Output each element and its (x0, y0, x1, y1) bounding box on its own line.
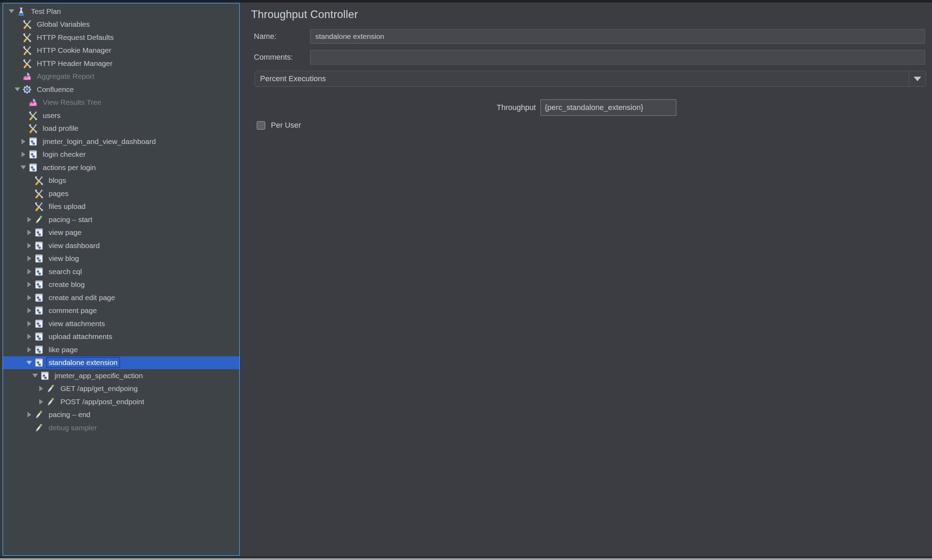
tree-item-label: pages (46, 188, 71, 199)
name-input[interactable] (310, 29, 925, 44)
expand-arrow-icon[interactable] (25, 243, 33, 248)
expand-arrow-icon[interactable] (25, 230, 33, 235)
tree-item-debug-sampler[interactable]: debug sampler (3, 421, 239, 434)
tree-item-create-and-edit-page[interactable]: create and edit page (3, 291, 239, 304)
tree-item-comment-page[interactable]: comment page (3, 304, 239, 317)
per-user-label: Per User (271, 121, 301, 130)
expand-arrow-icon[interactable] (25, 321, 33, 326)
tree-item-files-upload[interactable]: files upload (3, 200, 239, 213)
comments-input[interactable] (310, 50, 925, 65)
tree-item-label: comment page (46, 305, 99, 316)
expand-arrow-icon[interactable] (25, 217, 33, 222)
tree-item-label: Confluence (34, 84, 76, 95)
expand-arrow-icon[interactable] (25, 347, 33, 352)
collapse-arrow-icon[interactable] (25, 361, 33, 365)
expand-arrow-icon[interactable] (19, 139, 28, 144)
tree-item-standalone-extension[interactable]: standalone extension (3, 356, 239, 369)
tree-item-create-blog[interactable]: create blog (3, 278, 239, 291)
tree-item-view-dashboard[interactable]: view dashboard (3, 239, 239, 252)
controller-icon (34, 254, 44, 263)
execution-mode-selected-value: Percent Executions (255, 74, 909, 83)
name-row: Name: (241, 29, 932, 44)
controller-icon (34, 306, 44, 315)
per-user-checkbox[interactable] (257, 121, 265, 130)
expand-arrow-icon[interactable] (25, 308, 33, 313)
tree-item-label: Test Plan (28, 6, 63, 17)
tree-item-pacing-end[interactable]: pacing – end (3, 408, 239, 422)
controller-icon (28, 163, 38, 172)
config-wrench-icon (22, 45, 32, 55)
tree-item-label: GET /app/get_endpoing (58, 383, 140, 394)
tree-item-label: pacing – start (46, 214, 95, 225)
tree-item-login-checker[interactable]: login checker (3, 148, 239, 162)
tree-item-view-attachments[interactable]: view attachments (3, 317, 239, 330)
tree-item-label: blogs (46, 175, 68, 186)
expand-arrow-icon[interactable] (25, 334, 33, 339)
tree-item-get-app-get-endpoing[interactable]: GET /app/get_endpoing (3, 382, 239, 395)
controller-icon (40, 371, 49, 381)
tree-item-view-blog[interactable]: view blog (3, 252, 239, 265)
tree-item-label: like page (46, 344, 80, 355)
expand-arrow-icon[interactable] (37, 386, 45, 391)
expand-arrow-icon[interactable] (25, 256, 33, 261)
tree-item-actions-per-login[interactable]: actions per login (3, 161, 239, 174)
config-wrench-icon (34, 189, 44, 198)
collapse-arrow-icon[interactable] (13, 88, 22, 91)
tree-item-like-page[interactable]: like page (3, 343, 239, 356)
config-wrench-icon (28, 111, 38, 120)
tree-item-view-page[interactable]: view page (3, 226, 239, 239)
tree-item-pages[interactable]: pages (3, 187, 239, 200)
controller-icon (34, 332, 44, 342)
sampler-dropper-icon (34, 423, 44, 433)
tree-item-label: Global Variables (34, 19, 93, 30)
tree-item-aggregate-report[interactable]: Aggregate Report (3, 70, 239, 83)
tree-item-pacing-start[interactable]: pacing – start (3, 213, 239, 226)
tree-item-label: jmeter_login_and_view_dashboard (40, 136, 158, 147)
config-wrench-icon (34, 202, 44, 211)
controller-icon (34, 293, 44, 303)
tree-item-view-results-tree[interactable]: View Results Tree (3, 96, 239, 109)
expand-arrow-icon[interactable] (25, 412, 33, 417)
sampler-dropper-icon (46, 384, 56, 394)
controller-icon (34, 358, 44, 368)
tree-item-users[interactable]: users (3, 109, 239, 122)
tree-item-search-cql[interactable]: search cql (3, 265, 239, 278)
expand-arrow-icon[interactable] (19, 152, 28, 157)
sampler-dropper-icon (34, 410, 44, 420)
tree-item-upload-attachments[interactable]: upload attachments (3, 330, 239, 343)
tree-item-jmeter-login-and-view-dashboard[interactable]: jmeter_login_and_view_dashboard (3, 135, 239, 148)
tree-item-post-app-post-endpoint[interactable]: POST /app/post_endpoint (3, 395, 239, 408)
thread-group-gear-icon (22, 85, 32, 94)
tree-item-label: view blog (46, 253, 82, 264)
tree-item-label: pacing – end (46, 409, 93, 420)
tree-item-load-profile[interactable]: load profile (3, 122, 239, 135)
tree-item-confluence[interactable]: Confluence (3, 83, 239, 96)
tree-item-http-cookie-manager[interactable]: HTTP Cookie Manager (3, 44, 239, 57)
tree-item-test-plan[interactable]: Test Plan (3, 5, 239, 18)
expand-arrow-icon[interactable] (37, 399, 45, 405)
tree-item-http-request-defaults[interactable]: HTTP Request Defaults (3, 31, 239, 44)
throughput-input[interactable] (540, 99, 676, 116)
tree-item-http-header-manager[interactable]: HTTP Header Manager (3, 57, 239, 70)
tree-item-jmeter-app-specific-action[interactable]: jmeter_app_specific_action (3, 369, 239, 382)
expand-arrow-icon[interactable] (25, 269, 33, 274)
tree-item-blogs[interactable]: blogs (3, 174, 239, 188)
window-top-edge (0, 0, 932, 2)
sampler-dropper-icon (46, 397, 56, 407)
throughput-row: Throughput (241, 99, 932, 116)
dropdown-arrow-button[interactable] (909, 71, 926, 86)
tree-item-label: actions per login (40, 162, 98, 173)
controller-icon (34, 319, 44, 329)
tree-item-label: view dashboard (46, 240, 102, 251)
expand-arrow-icon[interactable] (25, 295, 33, 300)
expand-arrow-icon[interactable] (25, 282, 33, 287)
controller-icon (28, 137, 38, 146)
tree-item-global-variables[interactable]: Global Variables (3, 18, 239, 31)
comments-row: Comments: (241, 49, 932, 65)
controller-icon (34, 345, 44, 355)
controller-icon (28, 149, 38, 159)
collapse-arrow-icon[interactable] (31, 374, 39, 377)
execution-mode-dropdown[interactable]: Percent Executions (255, 71, 926, 87)
collapse-arrow-icon[interactable] (7, 9, 15, 13)
collapse-arrow-icon[interactable] (19, 166, 28, 169)
